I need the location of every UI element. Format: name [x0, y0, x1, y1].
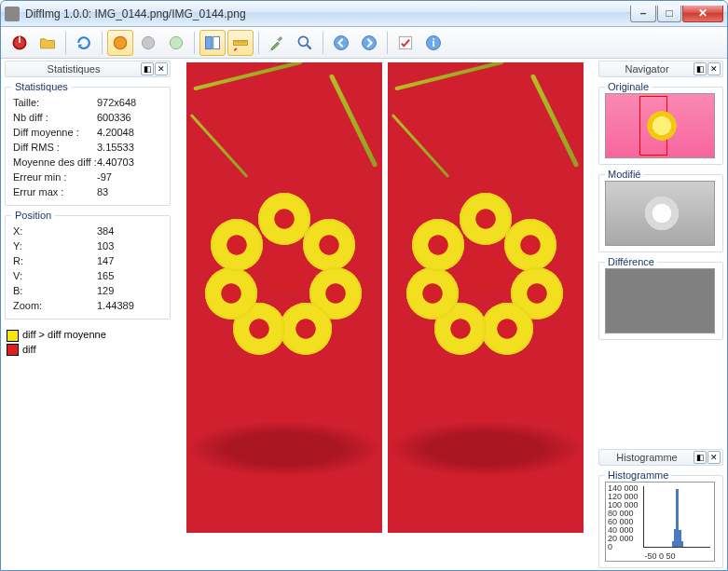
svg-point-11: [335, 35, 349, 49]
svg-point-4: [170, 36, 182, 48]
stat-row: Nb diff :600336: [13, 110, 162, 125]
globe-orange-button[interactable]: [107, 30, 133, 56]
image-compare-area[interactable]: [174, 59, 595, 570]
check-button[interactable]: [392, 30, 419, 56]
close-icon[interactable]: ✕: [707, 451, 721, 464]
thumbnail-original[interactable]: [605, 93, 715, 158]
minimize-button[interactable]: –: [630, 6, 656, 22]
pos-row: Zoom:1.44389: [13, 298, 162, 313]
svg-rect-1: [19, 36, 21, 43]
thumbnail-difference[interactable]: [605, 268, 715, 333]
svg-line-10: [308, 45, 311, 48]
left-image[interactable]: [186, 62, 382, 533]
thumb-original: Originale: [598, 87, 723, 165]
position-group-legend: Position: [11, 210, 55, 221]
stat-row: Erreur min :-97: [13, 170, 162, 184]
histogram-x-labels: -50 0 50: [606, 551, 714, 561]
svg-point-9: [298, 36, 308, 46]
diff-legend: diff > diff moyenne diff: [5, 323, 171, 361]
thumb-difference: Différence: [598, 262, 723, 340]
window-titlebar[interactable]: DiffImg 1.0.0: IMG_0144.png/IMG_0144.png…: [1, 1, 727, 27]
histogram-panel-header[interactable]: Histogramme ◧ ✕: [598, 449, 723, 466]
swatch-yellow-icon: [7, 330, 19, 342]
zoom-button[interactable]: [292, 30, 318, 56]
stat-row: Diff RMS :3.15533: [13, 140, 162, 155]
stats-group: Statistiques Taille:972x648 Nb diff :600…: [5, 87, 171, 206]
pos-row: X:384: [13, 224, 162, 238]
refresh-button[interactable]: [71, 30, 97, 56]
svg-point-2: [114, 36, 126, 48]
power-button[interactable]: [7, 30, 33, 56]
ruler-button[interactable]: [227, 30, 254, 56]
right-image[interactable]: [388, 62, 584, 533]
nav-first-button[interactable]: [328, 30, 354, 56]
eyedropper-button[interactable]: [264, 30, 290, 56]
navigator-panel-title: Navigator: [619, 63, 674, 75]
stats-group-legend: Statistiques: [11, 81, 72, 92]
globe-gray-button[interactable]: [135, 30, 161, 56]
pos-row: Y:103: [13, 238, 162, 253]
split-view-button[interactable]: [199, 30, 226, 56]
stat-row: Errur max :83: [13, 184, 162, 199]
navigator-panel-header[interactable]: Navigator ◧ ✕: [598, 61, 723, 77]
histogram-plot[interactable]: 140 000 120 000 100 000 80 000 60 000 40…: [605, 482, 715, 562]
main-toolbar: i: [1, 27, 727, 59]
close-icon[interactable]: ✕: [155, 62, 168, 75]
svg-rect-8: [277, 35, 282, 41]
close-icon[interactable]: ✕: [707, 62, 721, 75]
stat-row: Moyenne des diff :4.40703: [13, 155, 162, 170]
window-title: DiffImg 1.0.0: IMG_0144.png/IMG_0144.png: [25, 7, 630, 20]
thumb-modified: Modifié: [598, 174, 723, 252]
info-button[interactable]: i: [420, 30, 446, 56]
thumbnail-modified[interactable]: [605, 181, 715, 246]
position-group: Position X:384 Y:103 R:147 V:165 B:129 Z…: [5, 215, 171, 319]
app-icon: [5, 7, 20, 21]
selection-rect[interactable]: [639, 96, 667, 156]
stat-row: Diff moyenne :4.20048: [13, 125, 162, 140]
svg-rect-6: [213, 36, 220, 48]
svg-rect-5: [206, 36, 213, 48]
maximize-button[interactable]: □: [657, 6, 681, 22]
histogram-y-labels: 140 000 120 000 100 000 80 000 60 000 40…: [608, 484, 639, 551]
pos-row: V:165: [13, 268, 162, 283]
swatch-red-icon: [7, 344, 19, 356]
svg-point-12: [363, 35, 377, 49]
histogram-panel-title: Histogramme: [611, 452, 682, 463]
undock-icon[interactable]: ◧: [694, 62, 707, 75]
stat-row: Taille:972x648: [13, 95, 162, 110]
stats-panel-header[interactable]: Statistiques ◧ ✕: [5, 61, 171, 77]
close-button[interactable]: ✕: [682, 6, 723, 22]
open-button[interactable]: [34, 30, 61, 56]
histogram-group: Histogramme 140 000 120 000 100 000 80 0…: [598, 475, 723, 568]
undock-icon[interactable]: ◧: [141, 62, 154, 75]
nav-last-button[interactable]: [356, 30, 382, 56]
stats-panel-title: Statistiques: [42, 63, 106, 75]
pos-row: B:129: [13, 283, 162, 298]
svg-point-3: [142, 36, 154, 48]
pos-row: R:147: [13, 253, 162, 268]
undock-icon[interactable]: ◧: [694, 451, 707, 464]
globe-green-button[interactable]: [163, 30, 189, 56]
